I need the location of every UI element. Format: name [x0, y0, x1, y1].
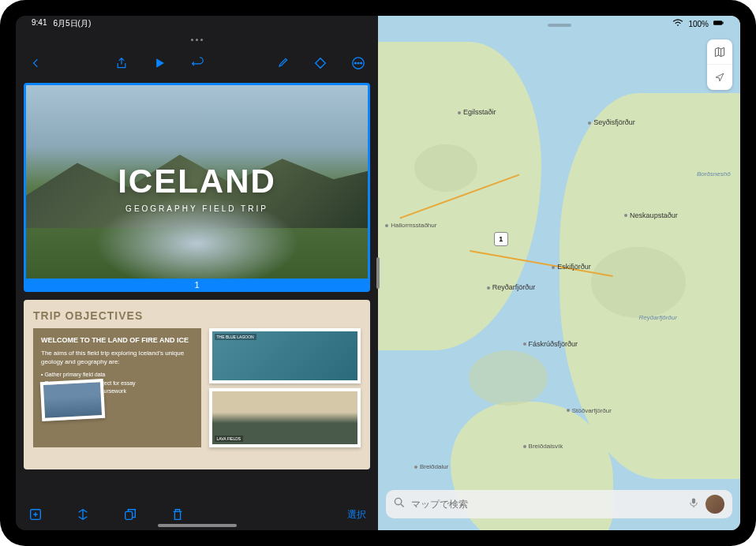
map-terrain [414, 144, 477, 192]
slide-2-title: TRIP OBJECTIVES [33, 309, 361, 322]
city-label[interactable]: Egilsstaðir [458, 108, 496, 116]
mic-icon[interactable] [688, 497, 699, 511]
slide-thumbnail-2[interactable]: TRIP OBJECTIVES WELCOME TO THE LAND OF F… [24, 300, 370, 469]
map-terrain [591, 247, 686, 318]
svg-rect-9 [692, 498, 695, 503]
city-label[interactable]: Fáskrúðsfjörður [523, 340, 578, 348]
svg-point-8 [395, 498, 401, 504]
play-button[interactable] [152, 55, 167, 71]
status-bar: 9:41 6月5日(月) 100% [16, 16, 740, 32]
style-button[interactable] [313, 55, 328, 71]
select-button[interactable]: 選択 [347, 508, 366, 522]
city-label[interactable]: Seyðisfjörður [588, 118, 635, 126]
back-button[interactable] [28, 55, 43, 71]
map-terrain [469, 350, 548, 406]
slide-2-body: The aims of this field trip exploring Ic… [41, 349, 193, 366]
undo-button[interactable] [189, 55, 205, 71]
status-left: 9:41 6月5日(月) [32, 18, 91, 29]
water-label: Borðsneshö [697, 170, 731, 178]
ipad-frame: 9:41 6月5日(月) 100% [0, 0, 756, 546]
city-label[interactable]: Neskaupstaður [624, 211, 678, 219]
share-button[interactable] [114, 55, 129, 71]
maps-app[interactable]: 1 EgilsstaðirSeyðisfjörðurNeskaupstaðurH… [378, 16, 740, 530]
split-view-divider[interactable] [376, 257, 380, 289]
bullet-1: • Gather primary field data [41, 371, 193, 380]
keynote-app: ICELAND GEOGRAPHY FIELD TRIP 1 TRIP OBJE… [16, 16, 378, 530]
road-shield: 1 [494, 232, 508, 246]
status-date: 6月5日(月) [53, 18, 91, 29]
user-avatar[interactable] [705, 495, 724, 514]
city-label[interactable]: Reyðarfjörður [487, 283, 536, 291]
more-button[interactable] [350, 55, 366, 71]
keynote-toolbar [16, 47, 378, 79]
battery-icon [713, 19, 724, 28]
slide-2-heading: WELCOME TO THE LAND OF FIRE AND ICE [41, 336, 193, 344]
split-button[interactable] [75, 507, 91, 522]
svg-rect-7 [125, 511, 133, 519]
search-input[interactable] [411, 499, 682, 510]
map-canvas[interactable]: 1 EgilsstaðirSeyðisfjörðurNeskaupstaðurH… [378, 16, 740, 530]
image-a-label: THE BLUE LAGOON [215, 334, 256, 340]
search-icon [394, 497, 405, 511]
slide-1-title: ICELAND [118, 163, 276, 200]
battery-pct: 100% [688, 20, 709, 28]
map-controls [707, 39, 732, 90]
multitask-dots[interactable] [16, 32, 378, 47]
svg-point-4 [357, 62, 359, 64]
city-label[interactable]: Stöðvarfjörður [567, 407, 612, 414]
slide-thumbnail-1[interactable]: ICELAND GEOGRAPHY FIELD TRIP 1 [24, 83, 370, 292]
brush-button[interactable] [275, 55, 290, 71]
slide-2-image-b: LAVA FIELDS [209, 388, 361, 447]
location-button[interactable] [707, 65, 732, 90]
slide-2-image-column: THE BLUE LAGOON LAVA FIELDS [209, 328, 361, 447]
svg-rect-0 [713, 21, 722, 25]
add-slide-button[interactable] [28, 507, 43, 522]
slide-number: 1 [26, 279, 368, 291]
city-label[interactable]: Breiðdalsvík [523, 443, 563, 450]
slide-2-image-a: THE BLUE LAGOON [209, 328, 361, 383]
svg-rect-1 [722, 22, 723, 24]
svg-point-5 [361, 62, 362, 64]
city-label[interactable]: Breiðdalur [414, 463, 448, 470]
image-b-label: LAVA FIELDS [215, 436, 244, 442]
duplicate-button[interactable] [122, 507, 138, 522]
slide-2-textbox: WELCOME TO THE LAND OF FIRE AND ICE The … [33, 328, 201, 447]
delete-button[interactable] [170, 507, 185, 522]
map-mode-button[interactable] [707, 39, 732, 65]
city-label[interactable]: Hallormsstaðhur [385, 222, 436, 229]
slide-2-image-c [40, 379, 106, 421]
status-time: 9:41 [32, 18, 47, 29]
slides-panel: ICELAND GEOGRAPHY FIELD TRIP 1 TRIP OBJE… [16, 79, 378, 499]
home-indicator[interactable] [158, 524, 237, 527]
city-label[interactable]: Eskifjörður [552, 263, 591, 271]
slide-1-subtitle: GEOGRAPHY FIELD TRIP [125, 204, 268, 213]
map-search-bar[interactable] [386, 490, 732, 518]
water-label: Reyðarfjörður [638, 314, 676, 321]
status-right: 100% [672, 19, 724, 28]
svg-point-3 [355, 62, 357, 64]
wifi-icon [672, 19, 683, 28]
screen: 9:41 6月5日(月) 100% [16, 16, 740, 530]
